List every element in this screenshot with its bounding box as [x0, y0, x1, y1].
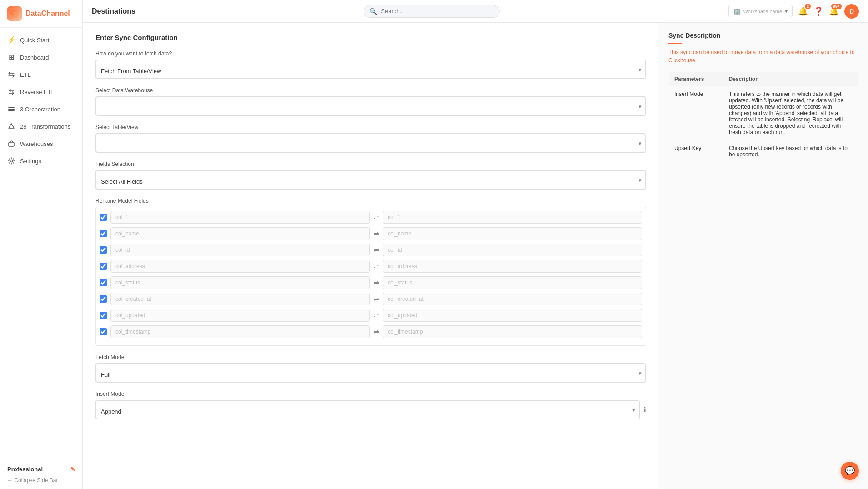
workspace-icon: 🏢 — [733, 8, 741, 15]
fetch-mode-label: Fetch Mode — [95, 354, 646, 360]
fetch-mode-select[interactable]: Fetch From Table/View — [96, 60, 646, 79]
rename-input-right-7[interactable] — [383, 325, 642, 338]
professional-label: Professional — [7, 466, 43, 473]
rename-checkbox-1[interactable] — [100, 230, 107, 237]
main-area: Destinations 🔍 🏢 Workspace name ▾ 🔔 2 ❓ … — [83, 0, 868, 489]
sidebar-item-orchestration[interactable]: 3 Orchestration — [0, 100, 82, 118]
page-title: Destinations — [92, 7, 135, 15]
rename-input-left-3[interactable] — [110, 260, 370, 273]
table-view-label: Select Table/View — [95, 124, 646, 130]
sidebar-item-warehouses[interactable]: Warehouses — [0, 135, 82, 152]
fetch-mode-group: Fetch Mode Fetch Mode Full — [95, 354, 646, 383]
table-select[interactable] — [96, 134, 646, 152]
rename-input-left-2[interactable] — [110, 244, 370, 256]
sidebar-item-dashboard[interactable]: ⊞ Dashboard — [0, 49, 82, 66]
rename-input-right-2[interactable] — [383, 244, 642, 256]
fetch-data-group: How do you want to fetch data? How do yo… — [95, 50, 646, 79]
data-warehouse-group: Select Data Warehouse Select Data Wareho… — [95, 87, 646, 116]
transfer-icon-3: ⇌ — [374, 263, 379, 270]
transfer-icon-4: ⇌ — [374, 279, 379, 286]
rename-input-left-4[interactable] — [110, 276, 370, 289]
rename-input-left-7[interactable] — [110, 325, 370, 338]
notifications-badge: 99+ — [831, 4, 842, 9]
insert-mode-dropdown[interactable]: Append — [96, 400, 639, 419]
rename-fields-container: ⇌ ⇌ ⇌ — [95, 207, 646, 346]
param-name-1: Upsert Key — [669, 140, 723, 163]
rename-input-left-5[interactable] — [110, 293, 370, 305]
svg-rect-4 — [8, 109, 15, 110]
fetch-data-label: How do you want to fetch data? — [95, 50, 646, 57]
sync-desc-text: This sync can be used to move data from … — [668, 48, 859, 65]
rename-checkbox-6[interactable] — [100, 312, 107, 319]
rename-checkbox-0[interactable] — [100, 214, 107, 221]
rename-checkbox-3[interactable] — [100, 263, 107, 270]
transfer-icon-7: ⇌ — [374, 328, 379, 335]
insert-mode-select-wrapper: Insert Mode Append — [95, 400, 640, 419]
table-row: ⇌ — [100, 293, 642, 305]
table-row: ⇌ — [100, 244, 642, 256]
rename-checkbox-7[interactable] — [100, 328, 107, 335]
logo-icon — [7, 6, 22, 21]
description-col-header: Description — [723, 72, 859, 86]
params-col-header: Parameters — [669, 72, 723, 86]
section-title: Enter Sync Configuration — [95, 34, 646, 41]
rename-input-right-6[interactable] — [383, 309, 642, 322]
sidebar-bottom: Professional ✎ ← Collapse Side Bar — [0, 460, 82, 489]
sidebar-item-etl[interactable]: ETL — [0, 66, 82, 83]
table-row: ⇌ — [100, 260, 642, 273]
reverse-etl-icon — [7, 88, 15, 96]
transfer-icon-1: ⇌ — [374, 230, 379, 237]
rename-input-left-1[interactable] — [110, 227, 370, 240]
svg-rect-5 — [8, 110, 15, 111]
info-icon[interactable]: ℹ — [644, 405, 646, 414]
rename-input-right-0[interactable] — [383, 211, 642, 224]
rename-input-right-3[interactable] — [383, 260, 642, 273]
dashboard-icon: ⊞ — [7, 53, 15, 61]
sidebar-item-settings[interactable]: Settings — [0, 152, 82, 170]
bell-badge: 2 — [805, 4, 811, 9]
logo-text: DataChannel — [25, 10, 70, 18]
collapse-sidebar-button[interactable]: ← Collapse Side Bar — [7, 477, 75, 484]
sidebar-label-settings: Settings — [20, 158, 41, 165]
fields-select[interactable]: Select All Fields — [96, 170, 646, 189]
workspace-selector[interactable]: 🏢 Workspace name ▾ — [728, 5, 793, 17]
sidebar-label-quick-start: Quick Start — [20, 37, 49, 44]
rename-input-right-5[interactable] — [383, 293, 642, 305]
sidebar-item-quick-start[interactable]: ⚡ Quick Start — [0, 31, 82, 49]
sidebar: DataChannel ⚡ Quick Start ⊞ Dashboard ET… — [0, 0, 83, 489]
rename-input-right-1[interactable] — [383, 227, 642, 240]
rename-input-left-6[interactable] — [110, 309, 370, 322]
sync-desc-divider — [668, 43, 682, 44]
insert-mode-label: Insert Mode — [95, 391, 646, 397]
chat-bubble-button[interactable]: 💬 — [841, 462, 859, 480]
sync-description-panel: Sync Description This sync can be used t… — [659, 23, 868, 489]
table-row: Upsert Key Choose the Upsert key based o… — [669, 140, 859, 163]
params-table: Parameters Description Insert Mode This … — [668, 72, 859, 163]
warehouse-select-wrapper: Select Data Warehouse — [95, 96, 646, 116]
notifications-button[interactable]: 🔔 99+ — [829, 6, 839, 16]
sidebar-label-dashboard: Dashboard — [20, 54, 49, 61]
sidebar-item-reverse-etl[interactable]: Reverse ETL — [0, 83, 82, 100]
warehouse-select[interactable] — [96, 97, 646, 115]
insert-mode-row: Insert Mode Append ℹ — [95, 400, 646, 419]
rename-checkbox-5[interactable] — [100, 295, 107, 303]
sidebar-label-reverse-etl: Reverse ETL — [20, 89, 55, 95]
rename-input-right-4[interactable] — [383, 276, 642, 289]
rename-checkbox-2[interactable] — [100, 246, 107, 254]
transformations-icon — [7, 122, 15, 130]
search-input[interactable] — [381, 8, 494, 15]
table-row: ⇌ — [100, 325, 642, 338]
rename-input-left-0[interactable] — [110, 211, 370, 224]
sidebar-item-transformations[interactable]: 28 Transformations — [0, 118, 82, 135]
topbar-right: 🏢 Workspace name ▾ 🔔 2 ❓ 🔔 99+ D — [728, 4, 859, 19]
search-icon: 🔍 — [369, 8, 377, 15]
help-icon-button[interactable]: ❓ — [813, 6, 823, 16]
rename-checkbox-4[interactable] — [100, 279, 107, 286]
fields-select-wrapper: Fields Selection Select All Fields — [95, 170, 646, 190]
bell-icon-button[interactable]: 🔔 2 — [798, 6, 808, 16]
edit-icon[interactable]: ✎ — [70, 466, 75, 473]
help-icon: ❓ — [813, 6, 823, 16]
fetch-mode-dropdown[interactable]: Full — [96, 364, 646, 382]
user-avatar[interactable]: D — [844, 4, 859, 19]
sidebar-label-warehouses: Warehouses — [20, 140, 53, 147]
